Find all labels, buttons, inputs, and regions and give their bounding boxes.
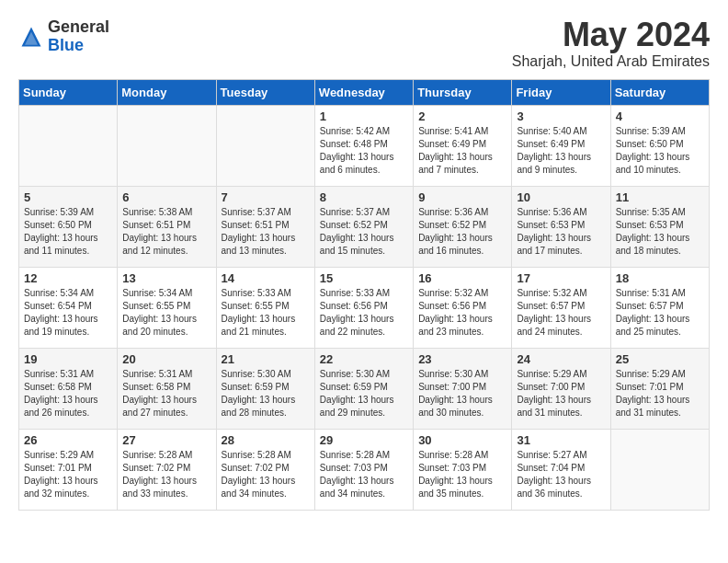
logo-general-text: General [48,18,109,37]
weekday-header-thursday: Thursday [414,80,512,106]
day-info: Sunrise: 5:31 AM Sunset: 6:58 PM Dayligh… [24,368,112,419]
day-info: Sunrise: 5:31 AM Sunset: 6:57 PM Dayligh… [616,287,704,339]
day-number: 17 [517,271,605,285]
day-info: Sunrise: 5:41 AM Sunset: 6:49 PM Dayligh… [418,125,506,177]
day-info: Sunrise: 5:37 AM Sunset: 6:52 PM Dayligh… [320,206,408,258]
day-number: 24 [517,352,605,366]
day-number: 7 [222,190,310,204]
calendar-day-cell: 30Sunrise: 5:28 AM Sunset: 7:03 PM Dayli… [414,430,512,511]
day-info: Sunrise: 5:30 AM Sunset: 6:59 PM Dayligh… [222,368,310,419]
day-info: Sunrise: 5:27 AM Sunset: 7:04 PM Dayligh… [517,449,605,500]
calendar-day-cell [118,106,216,187]
weekday-header-monday: Monday [118,80,216,106]
day-number: 22 [320,352,408,366]
logo-blue-text: Blue [48,37,109,55]
weekday-header-friday: Friday [512,80,610,106]
day-info: Sunrise: 5:39 AM Sunset: 6:50 PM Dayligh… [24,206,112,258]
day-info: Sunrise: 5:28 AM Sunset: 7:02 PM Dayligh… [122,449,210,500]
day-number: 4 [616,109,704,123]
calendar-day-cell: 2Sunrise: 5:41 AM Sunset: 6:49 PM Daylig… [414,106,512,187]
calendar-day-cell: 16Sunrise: 5:32 AM Sunset: 6:56 PM Dayli… [414,268,512,349]
calendar-week-row: 19Sunrise: 5:31 AM Sunset: 6:58 PM Dayli… [19,349,710,430]
day-number: 31 [517,433,605,447]
calendar-day-cell: 26Sunrise: 5:29 AM Sunset: 7:01 PM Dayli… [19,430,118,511]
day-number: 14 [222,271,310,285]
calendar-day-cell: 12Sunrise: 5:34 AM Sunset: 6:54 PM Dayli… [19,268,118,349]
day-number: 16 [418,271,506,285]
calendar-day-cell: 25Sunrise: 5:29 AM Sunset: 7:01 PM Dayli… [610,349,709,430]
calendar-day-cell: 15Sunrise: 5:33 AM Sunset: 6:56 PM Dayli… [314,268,413,349]
day-number: 23 [418,352,506,366]
day-number: 26 [24,433,112,447]
calendar-week-row: 12Sunrise: 5:34 AM Sunset: 6:54 PM Dayli… [19,268,710,349]
location-subtitle: Sharjah, United Arab Emirates [512,53,710,70]
calendar-day-cell: 8Sunrise: 5:37 AM Sunset: 6:52 PM Daylig… [314,187,413,268]
calendar-day-cell: 3Sunrise: 5:40 AM Sunset: 6:49 PM Daylig… [512,106,610,187]
calendar-day-cell: 14Sunrise: 5:33 AM Sunset: 6:55 PM Dayli… [216,268,314,349]
day-info: Sunrise: 5:29 AM Sunset: 7:00 PM Dayligh… [517,368,605,419]
day-info: Sunrise: 5:42 AM Sunset: 6:48 PM Dayligh… [320,125,408,177]
day-number: 10 [517,190,605,204]
calendar-day-cell: 10Sunrise: 5:36 AM Sunset: 6:53 PM Dayli… [512,187,610,268]
calendar-day-cell: 23Sunrise: 5:30 AM Sunset: 7:00 PM Dayli… [414,349,512,430]
calendar-day-cell: 28Sunrise: 5:28 AM Sunset: 7:02 PM Dayli… [216,430,314,511]
day-number: 2 [418,109,506,123]
logo-icon [18,24,44,50]
day-number: 18 [616,271,704,285]
day-number: 13 [122,271,210,285]
day-info: Sunrise: 5:37 AM Sunset: 6:51 PM Dayligh… [222,206,310,258]
day-number: 21 [222,352,310,366]
day-number: 29 [320,433,408,447]
title-area: May 2024 Sharjah, United Arab Emirates [512,18,710,70]
calendar-day-cell: 18Sunrise: 5:31 AM Sunset: 6:57 PM Dayli… [610,268,709,349]
day-number: 8 [320,190,408,204]
calendar-day-cell: 13Sunrise: 5:34 AM Sunset: 6:55 PM Dayli… [118,268,216,349]
day-number: 11 [616,190,704,204]
calendar-day-cell: 21Sunrise: 5:30 AM Sunset: 6:59 PM Dayli… [216,349,314,430]
day-number: 15 [320,271,408,285]
day-info: Sunrise: 5:33 AM Sunset: 6:55 PM Dayligh… [222,287,310,339]
day-info: Sunrise: 5:30 AM Sunset: 7:00 PM Dayligh… [418,368,506,419]
calendar-day-cell: 1Sunrise: 5:42 AM Sunset: 6:48 PM Daylig… [314,106,413,187]
logo: General Blue [18,18,109,55]
weekday-header-wednesday: Wednesday [314,80,413,106]
calendar-week-row: 5Sunrise: 5:39 AM Sunset: 6:50 PM Daylig… [19,187,710,268]
day-info: Sunrise: 5:36 AM Sunset: 6:53 PM Dayligh… [517,206,605,258]
day-number: 1 [320,109,408,123]
calendar-day-cell: 22Sunrise: 5:30 AM Sunset: 6:59 PM Dayli… [314,349,413,430]
calendar-day-cell: 20Sunrise: 5:31 AM Sunset: 6:58 PM Dayli… [118,349,216,430]
calendar-week-row: 26Sunrise: 5:29 AM Sunset: 7:01 PM Dayli… [19,430,710,511]
day-info: Sunrise: 5:35 AM Sunset: 6:53 PM Dayligh… [616,206,704,258]
calendar-day-cell: 27Sunrise: 5:28 AM Sunset: 7:02 PM Dayli… [118,430,216,511]
day-info: Sunrise: 5:33 AM Sunset: 6:56 PM Dayligh… [320,287,408,339]
day-info: Sunrise: 5:30 AM Sunset: 6:59 PM Dayligh… [320,368,408,419]
month-year-title: May 2024 [512,18,710,52]
calendar-day-cell: 9Sunrise: 5:36 AM Sunset: 6:52 PM Daylig… [414,187,512,268]
day-number: 19 [24,352,112,366]
day-info: Sunrise: 5:29 AM Sunset: 7:01 PM Dayligh… [616,368,704,419]
day-info: Sunrise: 5:28 AM Sunset: 7:02 PM Dayligh… [222,449,310,500]
day-number: 30 [418,433,506,447]
calendar-day-cell: 11Sunrise: 5:35 AM Sunset: 6:53 PM Dayli… [610,187,709,268]
day-info: Sunrise: 5:31 AM Sunset: 6:58 PM Dayligh… [122,368,210,419]
page-header: General Blue May 2024 Sharjah, United Ar… [18,18,710,70]
calendar-day-cell: 24Sunrise: 5:29 AM Sunset: 7:00 PM Dayli… [512,349,610,430]
day-number: 12 [24,271,112,285]
day-number: 27 [122,433,210,447]
calendar-day-cell: 31Sunrise: 5:27 AM Sunset: 7:04 PM Dayli… [512,430,610,511]
day-info: Sunrise: 5:39 AM Sunset: 6:50 PM Dayligh… [616,125,704,177]
calendar-week-row: 1Sunrise: 5:42 AM Sunset: 6:48 PM Daylig… [19,106,710,187]
day-info: Sunrise: 5:36 AM Sunset: 6:52 PM Dayligh… [418,206,506,258]
weekday-header-sunday: Sunday [19,80,118,106]
day-number: 28 [222,433,310,447]
day-info: Sunrise: 5:38 AM Sunset: 6:51 PM Dayligh… [122,206,210,258]
day-info: Sunrise: 5:40 AM Sunset: 6:49 PM Dayligh… [517,125,605,177]
day-info: Sunrise: 5:28 AM Sunset: 7:03 PM Dayligh… [320,449,408,500]
day-number: 9 [418,190,506,204]
day-info: Sunrise: 5:32 AM Sunset: 6:56 PM Dayligh… [418,287,506,339]
calendar-day-cell [216,106,314,187]
day-info: Sunrise: 5:28 AM Sunset: 7:03 PM Dayligh… [418,449,506,500]
weekday-header-tuesday: Tuesday [216,80,314,106]
calendar-day-cell: 7Sunrise: 5:37 AM Sunset: 6:51 PM Daylig… [216,187,314,268]
calendar-day-cell: 29Sunrise: 5:28 AM Sunset: 7:03 PM Dayli… [314,430,413,511]
